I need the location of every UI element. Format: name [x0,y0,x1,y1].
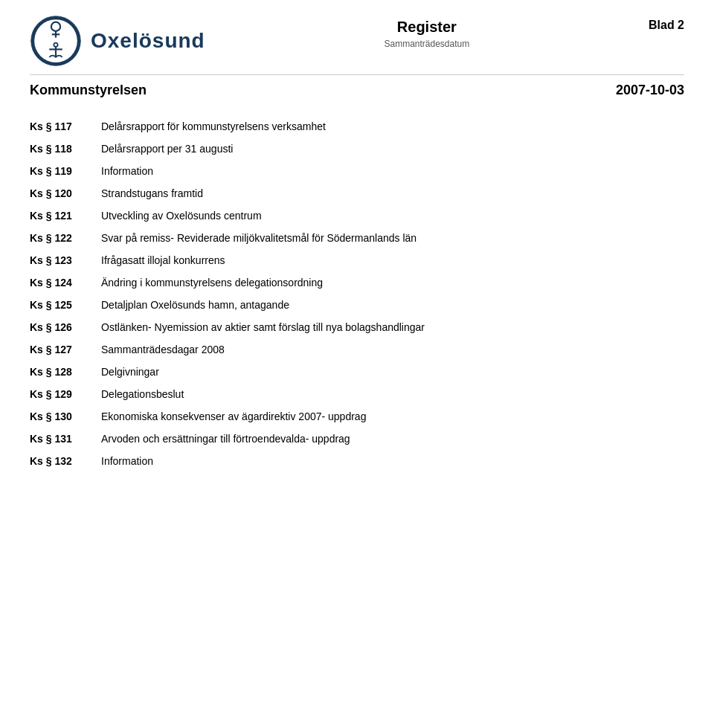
item-code: Ks § 130 [30,410,89,422]
item-code: Ks § 132 [30,455,89,467]
list-item: Ks § 128Delgivningar [30,366,684,378]
item-code: Ks § 124 [30,277,89,289]
list-item: Ks § 124Ändring i kommunstyrelsens deleg… [30,277,684,289]
list-item: Ks § 132Information [30,455,684,467]
list-item: Ks § 117Delårsrapport för kommunstyrelse… [30,120,684,132]
item-description: Ifrågasatt illojal konkurrens [101,254,684,266]
items-list: Ks § 117Delårsrapport för kommunstyrelse… [30,120,684,467]
item-description: Detaljplan Oxelösunds hamn, antagande [101,299,684,311]
item-description: Information [101,165,684,177]
item-description: Delårsrapport för kommunstyrelsens verks… [101,120,684,132]
item-code: Ks § 127 [30,344,89,355]
list-item: Ks § 120Strandstugans framtid [30,187,684,199]
oxelosund-logo-icon [30,15,82,67]
blad-label: Blad 2 [649,15,684,32]
item-description: Strandstugans framtid [101,187,684,199]
item-code: Ks § 123 [30,254,89,266]
item-description: Utveckling av Oxelösunds centrum [101,210,684,222]
item-code: Ks § 118 [30,143,89,155]
item-description: Information [101,455,684,467]
item-code: Ks § 131 [30,433,89,445]
list-item: Ks § 119Information [30,165,684,177]
item-code: Ks § 119 [30,165,89,177]
list-item: Ks § 122Svar på remiss- Reviderade miljö… [30,232,684,244]
logo-text: Oxelösund [91,29,205,53]
list-item: Ks § 131Arvoden och ersättningar till fö… [30,433,684,445]
item-code: Ks § 122 [30,232,89,244]
item-description: Ändring i kommunstyrelsens delegationsor… [101,277,684,289]
sammantr-label: Sammanträdesdatum [205,39,649,49]
register-title: Register [205,19,649,36]
item-description: Svar på remiss- Reviderade miljökvalitet… [101,232,684,244]
item-code: Ks § 117 [30,120,89,132]
list-item: Ks § 118Delårsrapport per 31 augusti [30,143,684,155]
item-code: Ks § 129 [30,388,89,400]
header-center: Register Sammanträdesdatum [205,15,649,49]
item-description: Sammanträdesdagar 2008 [101,344,684,355]
kommunstyrelsen-row: Kommunstyrelsen 2007-10-03 [30,83,684,98]
item-description: Delårsrapport per 31 augusti [101,143,684,155]
logo-area: Oxelösund [30,15,205,67]
item-code: Ks § 128 [30,366,89,378]
item-code: Ks § 125 [30,299,89,311]
list-item: Ks § 126Ostlänken- Nyemission av aktier … [30,321,684,333]
item-description: Ekonomiska konsekvenser av ägardirektiv … [101,410,684,422]
item-code: Ks § 121 [30,210,89,222]
list-item: Ks § 123Ifrågasatt illojal konkurrens [30,254,684,266]
list-item: Ks § 127Sammanträdesdagar 2008 [30,344,684,355]
list-item: Ks § 130Ekonomiska konsekvenser av ägard… [30,410,684,422]
page-header: Oxelösund Register Sammanträdesdatum Bla… [30,15,684,75]
item-description: Arvoden och ersättningar till förtroende… [101,433,684,445]
item-code: Ks § 120 [30,187,89,199]
kommunstyrelsen-label: Kommunstyrelsen [30,83,147,98]
item-description: Delgivningar [101,366,684,378]
list-item: Ks § 129Delegationsbeslut [30,388,684,400]
list-item: Ks § 125Detaljplan Oxelösunds hamn, anta… [30,299,684,311]
item-code: Ks § 126 [30,321,89,333]
item-description: Delegationsbeslut [101,388,684,400]
item-description: Ostlänken- Nyemission av aktier samt för… [101,321,684,333]
list-item: Ks § 121Utveckling av Oxelösunds centrum [30,210,684,222]
date-value: 2007-10-03 [616,83,684,98]
